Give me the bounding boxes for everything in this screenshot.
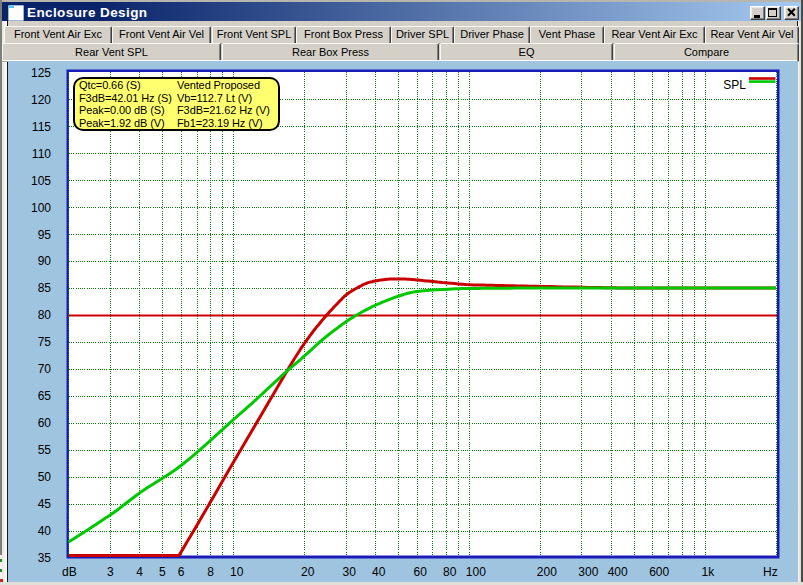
svg-text:65: 65 (38, 389, 52, 403)
svg-text:10: 10 (230, 565, 244, 579)
svg-text:4: 4 (136, 565, 143, 579)
svg-text:105: 105 (31, 174, 51, 188)
svg-text:40: 40 (372, 565, 386, 579)
svg-text:120: 120 (31, 93, 51, 107)
svg-text:Hz: Hz (763, 565, 778, 579)
svg-text:70: 70 (38, 362, 52, 376)
svg-text:30: 30 (343, 565, 357, 579)
svg-text:85: 85 (38, 281, 52, 295)
svg-text:60: 60 (38, 416, 52, 430)
svg-text:300: 300 (578, 565, 598, 579)
svg-text:100: 100 (466, 565, 486, 579)
svg-text:3: 3 (107, 565, 114, 579)
svg-text:5: 5 (159, 565, 166, 579)
svg-text:60: 60 (414, 565, 428, 579)
svg-text:6: 6 (178, 565, 185, 579)
svg-text:20: 20 (301, 565, 315, 579)
svg-text:125: 125 (31, 66, 51, 80)
svg-text:8: 8 (207, 565, 214, 579)
svg-text:35: 35 (38, 551, 52, 565)
svg-text:110: 110 (32, 147, 51, 161)
svg-text:40: 40 (38, 524, 52, 538)
svg-text:1k: 1k (702, 565, 716, 579)
svg-text:200: 200 (537, 565, 557, 579)
svg-text:SPL: SPL (723, 78, 746, 92)
svg-text:80: 80 (38, 308, 52, 322)
svg-text:55: 55 (38, 443, 52, 457)
svg-text:600: 600 (649, 565, 669, 579)
svg-text:115: 115 (32, 120, 51, 134)
svg-text:80: 80 (443, 565, 457, 579)
svg-text:90: 90 (38, 254, 52, 268)
svg-text:75: 75 (38, 335, 52, 349)
svg-text:dB: dB (62, 565, 77, 579)
svg-text:50: 50 (38, 470, 52, 484)
svg-text:400: 400 (608, 565, 628, 579)
svg-text:100: 100 (31, 201, 51, 215)
svg-text:95: 95 (38, 228, 52, 242)
svg-text:45: 45 (38, 497, 52, 511)
